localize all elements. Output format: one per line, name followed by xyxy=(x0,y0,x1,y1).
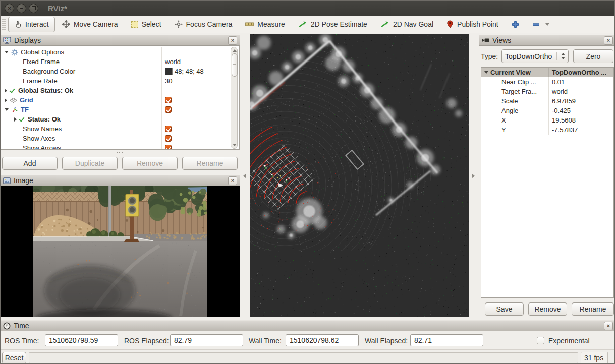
gear-icon xyxy=(11,49,18,56)
fixed-frame-value[interactable]: world xyxy=(165,58,181,66)
minus-icon xyxy=(532,21,540,28)
combo-spinner-icon[interactable] xyxy=(556,52,565,61)
views-remove-button[interactable]: Remove xyxy=(528,302,567,316)
add-button[interactable]: Add xyxy=(2,157,58,170)
tool-publish-point[interactable]: Publish Point xyxy=(440,17,505,32)
displays-splitter[interactable] xyxy=(1,150,240,155)
tree-row-angle[interactable]: Angle -0.425 xyxy=(481,106,613,115)
view-type-label: Type: xyxy=(481,52,498,60)
time-panel-header[interactable]: Time × xyxy=(1,320,615,331)
tree-row-grid[interactable]: Grid xyxy=(1,95,239,105)
tree-row-show-arrows[interactable]: Show Arrows xyxy=(1,143,239,150)
zero-button[interactable]: Zero xyxy=(573,49,613,63)
tool-2d-nav-goal[interactable]: 2D Nav Goal xyxy=(374,17,439,32)
tree-row-target-frame[interactable]: Target Fra... world xyxy=(481,87,613,96)
camera-image xyxy=(1,186,240,317)
tool-move-camera[interactable]: Move Camera xyxy=(56,17,124,32)
image-close-button[interactable]: × xyxy=(228,176,237,185)
tool-label: Interact xyxy=(25,20,49,28)
frame-rate-value[interactable]: 30 xyxy=(165,77,172,85)
close-icon: × xyxy=(231,178,234,184)
x-value[interactable]: 19.5608 xyxy=(552,116,576,124)
tree-row-global-options[interactable]: Global Options xyxy=(1,47,239,57)
show-names-checkbox[interactable] xyxy=(165,126,172,132)
tree-row-near-clip[interactable]: Near Clip ... 0.01 xyxy=(481,77,613,87)
grid-icon xyxy=(10,98,17,103)
wall-elapsed-input[interactable] xyxy=(410,334,483,346)
wall-time-input[interactable] xyxy=(286,334,359,346)
minimize-icon: − xyxy=(20,6,23,11)
tree-row-fixed-frame[interactable]: Fixed Frame world xyxy=(1,57,239,67)
tool-2d-pose-estimate[interactable]: 2D Pose Estimate xyxy=(292,17,373,32)
time-close-button[interactable]: × xyxy=(604,322,613,330)
clock-icon xyxy=(3,322,11,330)
rename-button[interactable]: Rename xyxy=(182,157,238,170)
view-type-combo[interactable]: TopDownOrtho xyxy=(501,49,569,63)
rviz-window: × − RViz* Interact Move Camera Select Fo… xyxy=(0,0,615,364)
reset-button[interactable]: Reset xyxy=(2,352,26,364)
tool-add[interactable] xyxy=(506,17,525,32)
experimental-checkbox[interactable] xyxy=(537,337,544,344)
expand-right-panel-handle[interactable] xyxy=(472,173,475,178)
views-button-row: Save Remove Rename xyxy=(481,302,614,316)
collapse-left-panel-handle[interactable] xyxy=(243,173,246,178)
toolbar-drag-handle[interactable] xyxy=(2,19,6,30)
tree-row-tf-status[interactable]: Status: Ok xyxy=(1,114,239,124)
views-close-button[interactable]: × xyxy=(604,36,613,45)
tree-row-show-axes[interactable]: Show Axes xyxy=(1,134,239,143)
displays-panel-header[interactable]: Displays × xyxy=(1,35,240,46)
displays-scrollbar[interactable] xyxy=(231,47,238,149)
tree-row-y[interactable]: Y -7.57837 xyxy=(481,125,613,135)
tree-row-global-status[interactable]: Global Status: Ok xyxy=(1,86,239,95)
views-panel-header[interactable]: Views × xyxy=(479,35,615,46)
tool-measure[interactable]: Measure xyxy=(239,17,291,32)
background-color-value[interactable]: 48; 48; 48 xyxy=(175,68,204,75)
angle-value[interactable]: -0.425 xyxy=(552,107,571,114)
displays-button-row: Add Duplicate Remove Rename xyxy=(2,157,238,170)
tf-checkbox[interactable] xyxy=(165,106,172,113)
green-arrow-icon xyxy=(380,21,389,28)
y-value[interactable]: -7.57837 xyxy=(552,126,578,134)
move-arrows-icon xyxy=(62,20,70,28)
tree-row-x[interactable]: X 19.5608 xyxy=(481,115,613,125)
show-arrows-checkbox[interactable] xyxy=(165,145,172,150)
close-icon: × xyxy=(607,38,610,43)
tool-remove[interactable] xyxy=(526,17,555,32)
ros-elapsed-label: ROS Elapsed: xyxy=(124,337,169,345)
target-frame-value[interactable]: world xyxy=(552,88,568,95)
plus-icon xyxy=(512,21,519,28)
near-clip-value[interactable]: 0.01 xyxy=(552,78,565,86)
window-close-button[interactable]: × xyxy=(5,4,14,13)
tree-row-tf[interactable]: TF xyxy=(1,105,239,114)
tree-row-scale[interactable]: Scale 6.97859 xyxy=(481,96,613,106)
show-axes-checkbox[interactable] xyxy=(165,135,172,142)
save-button[interactable]: Save xyxy=(485,302,524,316)
tool-focus-camera[interactable]: Focus Camera xyxy=(169,17,239,32)
render-viewport[interactable] xyxy=(250,34,469,317)
ros-elapsed-input[interactable] xyxy=(170,334,243,346)
tree-row-frame-rate[interactable]: Frame Rate 30 xyxy=(1,76,239,86)
grid-checkbox[interactable] xyxy=(165,97,172,103)
ruler-icon xyxy=(245,21,254,27)
displays-close-button[interactable]: × xyxy=(228,36,237,45)
window-minimize-button[interactable]: − xyxy=(17,4,26,13)
remove-button[interactable]: Remove xyxy=(122,157,178,170)
tool-select[interactable]: Select xyxy=(125,17,167,32)
scrollbar-thumb[interactable] xyxy=(232,53,238,77)
views-rename-button[interactable]: Rename xyxy=(572,302,614,316)
tool-interact[interactable]: Interact xyxy=(8,17,55,32)
ros-time-input[interactable] xyxy=(45,334,118,346)
window-maximize-button[interactable] xyxy=(29,4,38,13)
dropdown-caret-icon[interactable] xyxy=(545,23,549,26)
scale-value[interactable]: 6.97859 xyxy=(552,97,576,105)
tree-row-current-view[interactable]: Current View TopDownOrtho ... xyxy=(481,68,613,77)
tree-row-show-names[interactable]: Show Names xyxy=(1,124,239,134)
displays-tree: Global Options Fixed Frame world Backgro… xyxy=(1,46,240,150)
focus-crosshair-icon xyxy=(175,20,183,28)
color-swatch[interactable] xyxy=(165,68,173,75)
image-panel-view xyxy=(1,186,240,317)
image-panel-header[interactable]: Image × xyxy=(1,175,240,186)
time-panel-title: Time xyxy=(14,322,29,330)
duplicate-button[interactable]: Duplicate xyxy=(62,157,118,170)
tree-row-background-color[interactable]: Background Color 48; 48; 48 xyxy=(1,67,239,76)
